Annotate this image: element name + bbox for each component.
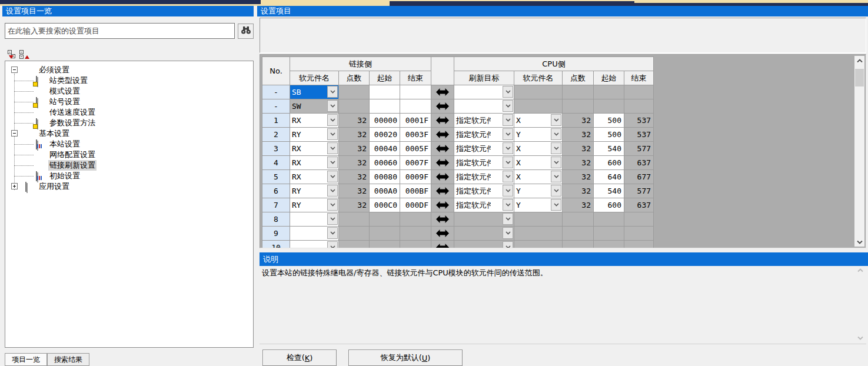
link-start-cell[interactable]: 00020 — [370, 128, 400, 142]
tree-item-initial-setting[interactable]: 初始设置 — [5, 171, 253, 181]
dropdown-button[interactable] — [327, 213, 338, 225]
dropdown-button[interactable] — [503, 185, 513, 197]
link-end-cell[interactable]: 0003F — [400, 128, 431, 142]
tree-item-station-type[interactable]: 站类型设置 — [5, 75, 253, 86]
tab-search-result[interactable]: 搜索结果 — [47, 353, 89, 366]
tree-item-mode-setting[interactable]: 模式设置 — [5, 86, 253, 97]
dropdown-button[interactable] — [327, 142, 338, 154]
link-end-cell[interactable]: 0005F — [400, 142, 431, 156]
dropdown-button[interactable] — [503, 171, 513, 182]
cpu-start-cell[interactable]: 600 — [594, 198, 624, 212]
link-device-cell[interactable]: SW — [290, 99, 339, 114]
expand-toggle-icon[interactable] — [11, 183, 18, 189]
link-device-cell[interactable]: RX — [290, 114, 339, 128]
dropdown-button[interactable] — [503, 199, 513, 211]
cpu-start-cell[interactable]: 540 — [594, 142, 624, 156]
tree-item-application-settings[interactable]: 应用设置 — [5, 181, 253, 192]
expand-all-icon[interactable] — [19, 50, 29, 59]
dropdown-button[interactable] — [551, 185, 561, 197]
cpu-device-cell[interactable]: Y — [514, 198, 563, 212]
dropdown-button[interactable] — [551, 171, 561, 182]
link-device-cell[interactable] — [290, 212, 339, 227]
collapse-all-icon[interactable] — [8, 50, 18, 59]
link-start-cell[interactable]: 000A0 — [370, 184, 400, 198]
dropdown-button[interactable] — [551, 128, 561, 140]
row-no[interactable]: 5 — [262, 170, 290, 184]
row-no[interactable]: 3 — [262, 142, 290, 156]
link-end-cell[interactable]: 000DF — [400, 198, 431, 212]
search-button[interactable] — [238, 24, 254, 39]
dropdown-button[interactable] — [551, 157, 561, 168]
dropdown-button[interactable] — [327, 185, 338, 197]
refresh-target-cell[interactable]: 指定软元件 — [454, 184, 514, 198]
tree-item-link-refresh[interactable]: 链接刷新设置 — [5, 160, 253, 171]
link-end-cell[interactable]: 000BF — [400, 184, 431, 198]
scroll-up-icon[interactable] — [856, 268, 864, 272]
link-start-cell[interactable]: 00060 — [370, 156, 400, 170]
tree-item-station-number[interactable]: 站号设置 — [5, 97, 253, 107]
cpu-start-cell[interactable]: 540 — [594, 184, 624, 198]
refresh-target-cell[interactable] — [454, 212, 514, 227]
cpu-device-cell[interactable]: X — [514, 170, 563, 184]
dropdown-button[interactable] — [503, 241, 513, 248]
cpu-start-cell[interactable]: 640 — [594, 170, 624, 184]
dropdown-button[interactable] — [327, 241, 338, 248]
link-end-cell[interactable]: 0001F — [400, 114, 431, 128]
dropdown-button[interactable] — [503, 227, 513, 239]
link-device-cell[interactable]: RX — [290, 156, 339, 170]
link-start-cell[interactable]: 000C0 — [370, 198, 400, 212]
tree-item-own-station[interactable]: 本站设置 — [5, 139, 253, 149]
dropdown-button[interactable] — [503, 128, 513, 140]
scroll-down-icon[interactable] — [854, 237, 864, 247]
dropdown-button[interactable] — [503, 157, 513, 168]
link-end-cell[interactable] — [400, 99, 431, 114]
tree-item-required-settings[interactable]: 必须设置 — [5, 65, 253, 75]
dropdown-button[interactable] — [503, 142, 513, 154]
dropdown-button[interactable] — [551, 199, 561, 211]
refresh-target-cell[interactable] — [454, 99, 514, 114]
collapse-toggle-icon[interactable] — [11, 130, 18, 137]
tree-item-network-config[interactable]: 网络配置设置 — [5, 149, 253, 160]
search-input[interactable] — [5, 23, 235, 39]
link-end-cell[interactable]: 0007F — [400, 156, 431, 170]
tree-item-transfer-speed[interactable]: 传送速度设置 — [5, 107, 253, 118]
row-no[interactable]: 8 — [262, 212, 290, 227]
tree-item-parameter-method[interactable]: 参数设置方法 — [5, 118, 253, 128]
check-button[interactable]: 检查(K) — [262, 350, 337, 366]
scroll-up-icon[interactable] — [854, 56, 864, 65]
row-no[interactable]: 9 — [262, 227, 290, 241]
dropdown-button[interactable] — [551, 114, 561, 126]
cpu-start-cell[interactable]: 500 — [594, 114, 624, 128]
refresh-target-cell[interactable]: 指定软元件 — [454, 156, 514, 170]
link-device-cell[interactable]: RX — [290, 170, 339, 184]
link-start-cell[interactable] — [370, 99, 400, 114]
link-device-cell[interactable] — [290, 227, 339, 241]
dropdown-button[interactable] — [327, 199, 338, 211]
dropdown-button[interactable] — [503, 213, 513, 225]
dropdown-button[interactable] — [327, 86, 338, 98]
dropdown-button[interactable] — [503, 114, 513, 126]
scrollbar-thumb[interactable] — [855, 69, 864, 86]
cpu-start-cell[interactable]: 500 — [594, 128, 624, 142]
dropdown-button[interactable] — [327, 128, 338, 140]
link-end-cell[interactable]: 0009F — [400, 170, 431, 184]
refresh-target-cell[interactable]: 指定软元件 — [454, 114, 514, 128]
link-start-cell[interactable]: 00040 — [370, 142, 400, 156]
link-device-cell[interactable]: RY — [290, 198, 339, 212]
collapse-toggle-icon[interactable] — [11, 66, 18, 73]
refresh-target-cell[interactable]: 指定软元件 — [454, 128, 514, 142]
link-start-cell[interactable]: 00000 — [370, 114, 400, 128]
link-end-cell[interactable] — [400, 85, 431, 99]
refresh-target-cell[interactable]: 指定软元件 — [454, 198, 514, 212]
link-device-cell[interactable]: RY — [290, 128, 339, 142]
refresh-target-cell[interactable] — [454, 227, 514, 241]
row-no[interactable]: 4 — [262, 156, 290, 170]
row-no[interactable]: 7 — [262, 198, 290, 212]
row-no[interactable]: 6 — [262, 184, 290, 198]
restore-default-button[interactable]: 恢复为默认(U) — [348, 350, 463, 366]
tree-item-basic-settings[interactable]: 基本设置 — [5, 128, 253, 139]
cpu-device-cell[interactable]: X — [514, 142, 563, 156]
tab-item-list[interactable]: 项目一览 — [5, 353, 47, 366]
scroll-down-icon[interactable] — [856, 336, 864, 340]
dropdown-button[interactable] — [327, 171, 338, 182]
